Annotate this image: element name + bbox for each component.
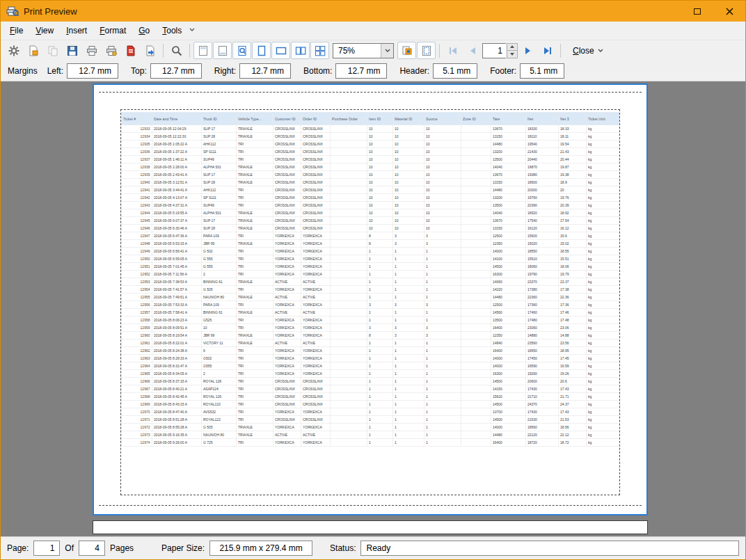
page-2-preview-partial[interactable] bbox=[93, 520, 648, 534]
table-cell: 20440 bbox=[525, 155, 558, 163]
table-cell bbox=[461, 339, 491, 346]
table-cell: TRI bbox=[236, 247, 273, 255]
page-1-preview[interactable]: Ticket #Date and TimeTruck IDVehicle Typ… bbox=[93, 83, 648, 515]
table-cell: CROSSLINX bbox=[273, 201, 301, 209]
print-button[interactable] bbox=[82, 42, 101, 59]
print-setup-button[interactable] bbox=[102, 42, 120, 59]
table-cell: 23560 bbox=[525, 339, 558, 346]
menu-file[interactable]: File bbox=[3, 22, 29, 39]
margin-left-input[interactable]: 12.7 mm bbox=[67, 63, 118, 79]
table-cell: YORKEXCA bbox=[273, 255, 301, 262]
multi-page-button[interactable] bbox=[310, 42, 329, 59]
table-row: 129702018-09-05 8:47:40 AAVS532TRIYORKEX… bbox=[121, 408, 619, 415]
copy-button[interactable] bbox=[43, 42, 62, 59]
margin-header-input[interactable]: 5.1 mm bbox=[433, 63, 477, 79]
table-cell: 18.56 bbox=[558, 423, 586, 431]
table-cell: 12953 bbox=[121, 278, 152, 285]
page-width-button[interactable] bbox=[271, 42, 290, 59]
table-cell: SP S111 bbox=[201, 147, 236, 155]
table-cell: 18.55 bbox=[558, 247, 586, 255]
whole-page-button[interactable] bbox=[252, 42, 271, 59]
table-cell: 1 bbox=[367, 392, 392, 400]
margin-footer-input[interactable]: 5.1 mm bbox=[520, 63, 564, 79]
table-cell: 1 bbox=[392, 400, 424, 408]
menu-insert[interactable]: Insert bbox=[60, 22, 93, 39]
last-page-button[interactable] bbox=[538, 42, 557, 59]
first-page-button[interactable] bbox=[443, 42, 462, 59]
table-cell: TRI bbox=[236, 262, 273, 270]
watermark-button[interactable] bbox=[397, 42, 416, 59]
close-preview-button[interactable]: Close bbox=[567, 43, 609, 58]
page-number-input[interactable]: 1 bbox=[482, 43, 506, 58]
table-cell: 2018-09-05 6:30:46 A bbox=[152, 224, 201, 232]
menu-overflow-chevron-icon[interactable] bbox=[189, 28, 195, 33]
spinner-down-button[interactable] bbox=[507, 50, 517, 58]
table-cell bbox=[330, 178, 367, 186]
preview-area[interactable]: Ticket #Date and TimeTruck IDVehicle Typ… bbox=[1, 81, 745, 536]
export-button[interactable] bbox=[141, 42, 159, 59]
margin-top-input[interactable]: 12.7 mm bbox=[150, 63, 202, 79]
table-cell: 1 bbox=[367, 354, 392, 362]
menu-format[interactable]: Format bbox=[93, 22, 132, 39]
copy-icon bbox=[47, 45, 58, 56]
table-row: 129372018-09-05 1:46:11 ASUP49TRICROSSLI… bbox=[121, 155, 619, 163]
settings-button[interactable] bbox=[4, 42, 23, 59]
zoom-page-icon bbox=[237, 45, 248, 56]
table-cell: TRI bbox=[236, 316, 273, 323]
maximize-button[interactable] bbox=[681, 1, 713, 22]
menu-go[interactable]: Go bbox=[132, 22, 156, 39]
table-cell: 3 bbox=[392, 331, 424, 339]
table-cell: 10 bbox=[424, 155, 461, 163]
zoom-dialog-button[interactable] bbox=[167, 42, 186, 59]
zoom-combobox[interactable]: 75% bbox=[333, 43, 394, 58]
zoom-mode-button[interactable] bbox=[232, 42, 251, 59]
menu-tools[interactable]: Tools bbox=[156, 22, 188, 39]
previous-page-button[interactable] bbox=[463, 42, 482, 59]
table-cell: 2018-09-05 7:41:57 A bbox=[152, 285, 201, 293]
table-cell bbox=[330, 308, 367, 316]
table-cell: 18060 bbox=[525, 262, 558, 270]
margins-toggle-button[interactable] bbox=[417, 42, 436, 59]
next-page-button[interactable] bbox=[518, 42, 537, 59]
table-cell: kg bbox=[586, 339, 619, 346]
header-toggle-button[interactable] bbox=[193, 42, 212, 59]
table-cell bbox=[330, 170, 367, 178]
footer-toggle-button[interactable] bbox=[213, 42, 232, 59]
table-cell bbox=[330, 278, 367, 285]
margin-right-input[interactable]: 12.7 mm bbox=[239, 63, 291, 79]
table-cell: 12964 bbox=[121, 362, 152, 369]
table-cell: CROSSLINX bbox=[301, 132, 330, 140]
margin-bottom-input[interactable]: 12.7 mm bbox=[335, 63, 387, 79]
save-button[interactable] bbox=[63, 42, 81, 59]
page-setup-button[interactable] bbox=[24, 42, 42, 59]
table-cell: G555 bbox=[201, 362, 236, 369]
table-cell bbox=[330, 132, 367, 140]
table-cell: SUP49 bbox=[201, 155, 236, 163]
table-cell: 2018-09-05 8:24:38 A bbox=[152, 346, 201, 354]
table-cell: YORKEXCA bbox=[301, 255, 330, 262]
table-cell: 10 bbox=[424, 201, 461, 209]
export-pdf-button[interactable] bbox=[121, 42, 140, 59]
table-cell: 10 bbox=[424, 132, 461, 140]
table-cell: 2018-09-05 7:01:45 A bbox=[152, 262, 201, 270]
table-cell: 2018-09-05 8:51:28 A bbox=[152, 415, 201, 423]
window-title: Print Preview bbox=[24, 6, 681, 17]
table-cell: 18.33 bbox=[558, 125, 586, 132]
zoom-value: 75% bbox=[338, 46, 355, 56]
table-cell: 10 bbox=[392, 155, 424, 163]
spinner-up-button[interactable] bbox=[507, 44, 517, 51]
table-cell: NAUNIOH 80 bbox=[201, 293, 236, 301]
table-cell: 21.43 bbox=[558, 147, 586, 155]
menu-view[interactable]: View bbox=[29, 22, 60, 39]
table-cell: 2018-09-05 1:05:22 A bbox=[152, 140, 201, 147]
zoom-dropdown-arrow-icon[interactable] bbox=[381, 44, 393, 58]
page-number-spinner[interactable] bbox=[507, 43, 518, 58]
table-cell: kg bbox=[586, 431, 619, 438]
table-cell: 2018-09-05 1:46:11 A bbox=[152, 155, 201, 163]
table-cell: 14480 bbox=[491, 293, 525, 301]
table-cell bbox=[330, 354, 367, 362]
margin-footer-label: Footer: bbox=[490, 66, 516, 76]
two-pages-button[interactable] bbox=[291, 42, 310, 59]
close-window-button[interactable] bbox=[713, 1, 745, 22]
table-cell bbox=[330, 186, 367, 193]
